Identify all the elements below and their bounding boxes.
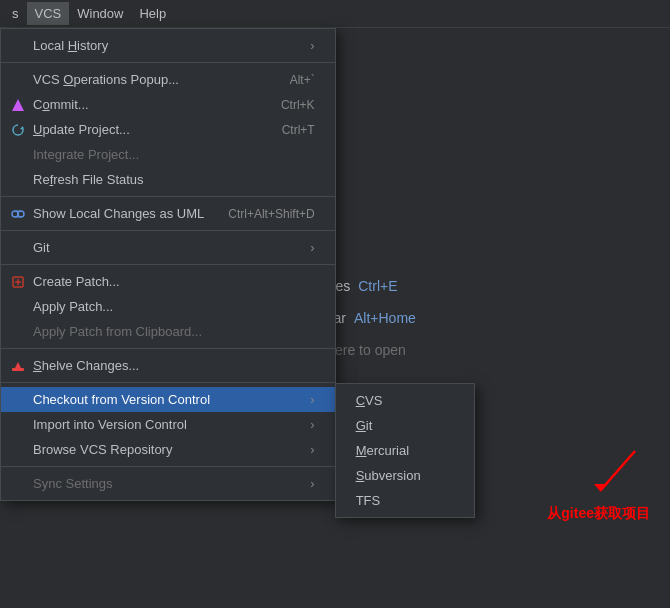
menu-item-vcs-operations[interactable]: VCS Operations Popup... Alt+` (1, 67, 335, 92)
menu-item-local-history[interactable]: Local History › (1, 33, 335, 58)
svg-rect-9 (12, 368, 24, 371)
git-label: Git (33, 240, 302, 255)
menu-item-commit[interactable]: Commit... Ctrl+K (1, 92, 335, 117)
menubar-window-label: Window (77, 6, 123, 21)
menu-item-import-vcs[interactable]: Import into Version Control › (1, 412, 335, 437)
import-vcs-label: Import into Version Control (33, 417, 302, 432)
mercurial-label: Mercurial (356, 443, 409, 458)
browse-vcs-label: Browse VCS Repository (33, 442, 302, 457)
submenu-item-subversion[interactable]: Subversion (336, 463, 474, 488)
annotation-container: 从gitee获取项目 (547, 446, 650, 523)
local-history-label: Local History (33, 38, 302, 53)
separator-7 (1, 466, 335, 467)
separator-5 (1, 348, 335, 349)
menu-item-show-local-changes[interactable]: Show Local Changes as UML Ctrl+Alt+Shift… (1, 201, 335, 226)
menu-item-apply-patch[interactable]: Apply Patch... (1, 294, 335, 319)
apply-patch-label: Apply Patch... (33, 299, 315, 314)
menu-item-checkout-vcs[interactable]: Checkout from Version Control › CVS Git … (1, 387, 335, 412)
refresh-file-status-label: Refresh File Status (33, 172, 315, 187)
update-project-shortcut: Ctrl+T (282, 123, 315, 137)
submenu-item-mercurial[interactable]: Mercurial (336, 438, 474, 463)
update-project-label: Update Project... (33, 122, 258, 137)
commit-icon (9, 96, 27, 114)
sync-settings-label: Sync Settings (33, 476, 302, 491)
menu-item-sync-settings: Sync Settings › (1, 471, 335, 496)
integrate-project-label: Integrate Project... (33, 147, 315, 162)
uml-icon (9, 205, 27, 223)
menubar-item-window[interactable]: Window (69, 2, 131, 25)
menubar-item-help[interactable]: Help (131, 2, 174, 25)
browse-vcs-arrow: › (310, 442, 314, 457)
recent-files-shortcut: Ctrl+E (358, 278, 397, 294)
menubar-s-label: s (12, 6, 19, 21)
submenu-item-git[interactable]: Git (336, 413, 474, 438)
svg-marker-11 (594, 484, 608, 491)
separator-3 (1, 230, 335, 231)
menubar: s VCS Window Help (0, 0, 670, 28)
separator-6 (1, 382, 335, 383)
update-icon (9, 121, 27, 139)
menu-item-update-project[interactable]: Update Project... Ctrl+T (1, 117, 335, 142)
separator-1 (1, 62, 335, 63)
vcs-operations-label: VCS Operations Popup... (33, 72, 266, 87)
checkout-submenu: CVS Git Mercurial Subversion TFS (335, 383, 475, 518)
subversion-label: Subversion (356, 468, 421, 483)
show-local-changes-shortcut: Ctrl+Alt+Shift+D (228, 207, 314, 221)
annotation-text: 从gitee获取项目 (547, 505, 650, 523)
menubar-help-label: Help (139, 6, 166, 21)
menu-item-shelve-changes[interactable]: Shelve Changes... (1, 353, 335, 378)
annotation-arrow-svg (580, 446, 650, 501)
git-sub-label: Git (356, 418, 373, 433)
separator-2 (1, 196, 335, 197)
menubar-item-vcs[interactable]: VCS (27, 2, 70, 25)
apply-patch-clipboard-label: Apply Patch from Clipboard... (33, 324, 315, 339)
submenu-item-tfs[interactable]: TFS (336, 488, 474, 513)
import-vcs-arrow: › (310, 417, 314, 432)
sync-settings-arrow: › (310, 476, 314, 491)
svg-point-3 (18, 211, 24, 217)
create-patch-icon (9, 273, 27, 291)
show-local-changes-label: Show Local Changes as UML (33, 206, 204, 221)
checkout-vcs-arrow: › (310, 392, 314, 407)
menu-item-browse-vcs[interactable]: Browse VCS Repository › (1, 437, 335, 462)
commit-label: Commit... (33, 97, 257, 112)
menubar-vcs-label: VCS (35, 6, 62, 21)
create-patch-label: Create Patch... (33, 274, 315, 289)
svg-point-2 (12, 211, 18, 217)
menu-item-refresh-file-status[interactable]: Refresh File Status (1, 167, 335, 192)
menubar-item-s[interactable]: s (4, 2, 27, 25)
separator-4 (1, 264, 335, 265)
svg-marker-0 (12, 99, 24, 111)
commit-shortcut: Ctrl+K (281, 98, 315, 112)
svg-marker-1 (20, 126, 24, 130)
local-history-arrow: › (310, 38, 314, 53)
menu-item-create-patch[interactable]: Create Patch... (1, 269, 335, 294)
tfs-label: TFS (356, 493, 381, 508)
vcs-operations-shortcut: Alt+` (290, 73, 315, 87)
checkout-vcs-label: Checkout from Version Control (33, 392, 302, 407)
nav-bar-shortcut: Alt+Home (354, 310, 416, 326)
menu-item-integrate-project: Integrate Project... (1, 142, 335, 167)
shelve-changes-label: Shelve Changes... (33, 358, 315, 373)
cvs-label: CVS (356, 393, 383, 408)
vcs-dropdown-menu: Local History › VCS Operations Popup... … (0, 28, 336, 501)
submenu-item-cvs[interactable]: CVS (336, 388, 474, 413)
menu-item-apply-patch-clipboard: Apply Patch from Clipboard... (1, 319, 335, 344)
shelve-icon (9, 357, 27, 375)
git-arrow: › (310, 240, 314, 255)
menu-item-git[interactable]: Git › (1, 235, 335, 260)
